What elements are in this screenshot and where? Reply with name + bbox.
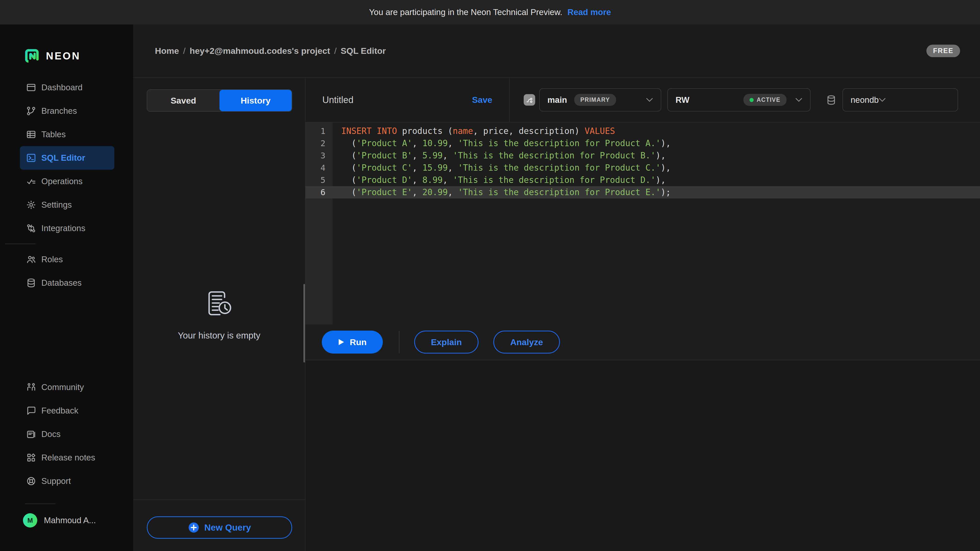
breadcrumb-project[interactable]: hey+2@mahmoud.codes's project [189,46,330,56]
code-text: ('Product A', 10.99, 'This is the descri… [332,137,671,149]
analyze-button[interactable]: Analyze [493,330,560,354]
branch-icon [524,94,535,106]
sidebar-item-dashboard[interactable]: Dashboard [20,76,115,99]
technical-preview-banner: You are participating in the Neon Techni… [0,0,980,24]
history-empty-state: Your history is empty [133,289,305,341]
gear-icon [25,199,37,210]
breadcrumb-separator: / [334,46,336,56]
history-document-clock-icon [205,289,234,318]
query-actions: Run Explain Analyze [305,324,980,360]
run-button[interactable]: Run [322,330,383,354]
actions-divider [399,331,399,353]
explain-button[interactable]: Explain [414,330,479,354]
sidebar-item-branches[interactable]: Branches [20,99,115,123]
terminal-icon [25,152,37,164]
tab-saved[interactable]: Saved [147,90,220,111]
code-line[interactable]: 6 ('Product E', 20.99, 'This is the desc… [305,186,980,198]
line-number: 2 [305,137,332,149]
neon-wordmark: NEON [46,50,81,62]
chevron-down-icon [879,98,886,102]
banner-message: You are participating in the Neon Techni… [369,7,563,17]
integrations-icon [25,223,37,234]
sidebar: NEON Dashboard Branches Tables [0,24,133,551]
sidebar-item-operations[interactable]: Operations [20,170,115,193]
sidebar-item-community[interactable]: Community [20,375,115,399]
sidebar-nav-main: Dashboard Branches Tables SQL Editor [0,76,133,295]
checklist-icon [25,176,37,187]
tab-history[interactable]: History [220,90,292,111]
save-button[interactable]: Save [472,95,492,105]
line-number: 3 [305,149,332,162]
sidebar-item-release-notes[interactable]: Release notes [20,446,115,469]
line-number: 5 [305,174,332,186]
sidebar-item-feedback[interactable]: Feedback [20,399,115,422]
sidebar-item-tables[interactable]: Tables [20,123,115,146]
query-title-group: Untitled Save [305,78,510,122]
context-selectors: main PRIMARY RW ACTIVE [510,78,980,122]
document-icon [25,429,37,440]
sidebar-divider [5,244,35,244]
status-dot [749,98,754,102]
query-title[interactable]: Untitled [322,95,353,105]
project-header: Home / hey+2@mahmoud.codes's project / S… [133,24,980,78]
release-notes-icon [25,452,37,463]
database-icon [25,277,37,289]
code-line[interactable]: 2 ('Product A', 10.99, 'This is the desc… [305,137,980,149]
results-area [305,360,980,551]
chevron-down-icon [795,98,802,102]
code-text: ('Product B', 5.99, 'This is the descrip… [332,149,666,162]
breadcrumb-separator: / [183,46,185,56]
chevron-down-icon [646,98,653,102]
speech-bubble-icon [25,405,37,416]
queries-panel: Saved History Your history is empty [133,78,305,551]
code-line[interactable]: 5 ('Product D', 8.99, 'This is the descr… [305,174,980,186]
play-icon [338,338,345,346]
code-line[interactable]: 4 ('Product C', 15.99, 'This is the desc… [305,162,980,174]
sql-code-editor[interactable]: 1INSERT INTO products (name, price, desc… [305,122,980,324]
scrollbar-thumb[interactable] [304,284,305,362]
git-branch-icon [25,105,37,117]
sidebar-item-sql-editor[interactable]: SQL Editor [20,146,115,170]
neon-console: You are participating in the Neon Techni… [0,0,980,551]
sidebar-item-integrations[interactable]: Integrations [20,217,115,240]
code-line[interactable]: 1INSERT INTO products (name, price, desc… [305,125,980,137]
sidebar-divider [25,503,56,504]
breadcrumb: Home / hey+2@mahmoud.codes's project / S… [155,46,386,56]
avatar: M [23,513,37,527]
code-text: ('Product E', 20.99, 'This is the descri… [332,186,671,198]
database-select[interactable]: neondb [842,88,958,111]
compute-select[interactable]: RW ACTIVE [667,88,811,111]
code-text: INSERT INTO products (name, price, descr… [332,125,615,137]
line-number: 4 [305,162,332,174]
editor-toolbar: Untitled Save main PRIMARY [305,78,980,122]
sidebar-nav-footer: Community Feedback Docs Release notes [0,375,133,493]
code-line[interactable]: 3 ('Product B', 5.99, 'This is the descr… [305,149,980,162]
sidebar-item-databases[interactable]: Databases [20,271,115,295]
saved-history-tabs: Saved History [147,89,292,112]
database-icon [826,94,837,106]
neon-logo[interactable]: NEON [24,48,81,63]
active-badge: ACTIVE [743,94,787,106]
dashboard-icon [25,82,37,93]
lifebuoy-icon [25,475,37,487]
sidebar-item-support[interactable]: Support [20,469,115,493]
sidebar-item-settings[interactable]: Settings [20,193,115,217]
table-icon [25,129,37,140]
neon-logo-icon [24,48,39,63]
code-text: ('Product D', 8.99, 'This is the descrip… [332,174,666,186]
history-empty-text: Your history is empty [133,330,305,341]
plus-circle-icon [188,522,199,533]
branch-select[interactable]: main PRIMARY [539,88,661,111]
sidebar-item-roles[interactable]: Roles [20,248,115,271]
read-more-link[interactable]: Read more [568,7,611,17]
sql-code-lines: 1INSERT INTO products (name, price, desc… [305,122,980,198]
primary-badge: PRIMARY [574,94,616,106]
breadcrumb-current: SQL Editor [341,46,386,56]
line-number: 1 [305,125,332,137]
sidebar-item-docs[interactable]: Docs [20,422,115,446]
new-query-button[interactable]: New Query [147,516,292,539]
breadcrumb-home[interactable]: Home [155,46,179,56]
user-menu[interactable]: M Mahmoud A... [23,513,96,527]
plan-badge: FREE [926,44,960,57]
sql-editor-pane: Untitled Save main PRIMARY [305,78,980,551]
